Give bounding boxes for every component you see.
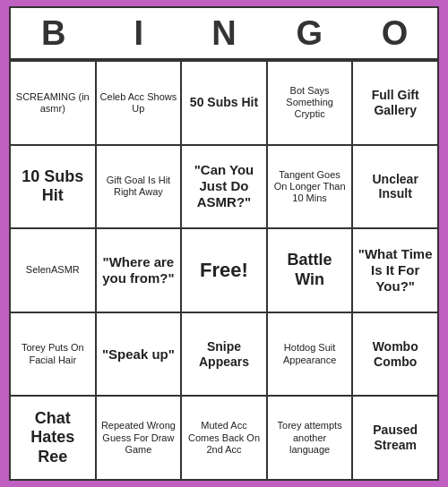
bingo-card: B I N G O SCREAMING (in asmr) Celeb Acc … <box>9 6 439 481</box>
cell-10: SelenASMR <box>11 229 97 313</box>
cell-11: "Where are you from?" <box>97 229 183 313</box>
cell-3: Bot Says Something Cryptic <box>268 62 354 146</box>
cell-21: Repeated Wrong Guess For Draw Game <box>97 397 183 481</box>
cell-24: Paused Stream <box>353 397 439 481</box>
cell-18: Hotdog Suit Appearance <box>268 313 354 397</box>
header-i: I <box>96 14 181 53</box>
cell-8: Tangent Goes On Longer Than 10 Mins <box>268 146 354 230</box>
header-n: N <box>181 14 266 53</box>
cell-12-free: Free! <box>182 229 268 313</box>
cell-15: Torey Puts On Facial Hair <box>11 313 97 397</box>
cell-9: Unclear Insult <box>353 146 439 230</box>
header-g: G <box>267 14 352 53</box>
cell-20: Chat Hates Ree <box>11 397 97 481</box>
bingo-grid: SCREAMING (in asmr) Celeb Acc Shows Up 5… <box>9 60 439 481</box>
bingo-header: B I N G O <box>9 6 439 60</box>
cell-1: Celeb Acc Shows Up <box>97 62 183 146</box>
cell-4: Full Gift Gallery <box>353 62 439 146</box>
cell-16: "Speak up" <box>97 313 183 397</box>
cell-23: Torey attempts another language <box>268 397 354 481</box>
cell-14: "What Time Is It For You?" <box>353 229 439 313</box>
cell-22: Muted Acc Comes Back On 2nd Acc <box>182 397 268 481</box>
cell-17: Snipe Appears <box>182 313 268 397</box>
cell-7: "Can You Just Do ASMR?" <box>182 146 268 230</box>
header-b: B <box>11 14 96 53</box>
header-o: O <box>352 14 437 53</box>
cell-2: 50 Subs Hit <box>182 62 268 146</box>
cell-6: Gift Goal Is Hit Right Away <box>97 146 183 230</box>
cell-13: Battle Win <box>268 229 354 313</box>
cell-5: 10 Subs Hit <box>11 146 97 230</box>
cell-19: Wombo Combo <box>353 313 439 397</box>
cell-0: SCREAMING (in asmr) <box>11 62 97 146</box>
